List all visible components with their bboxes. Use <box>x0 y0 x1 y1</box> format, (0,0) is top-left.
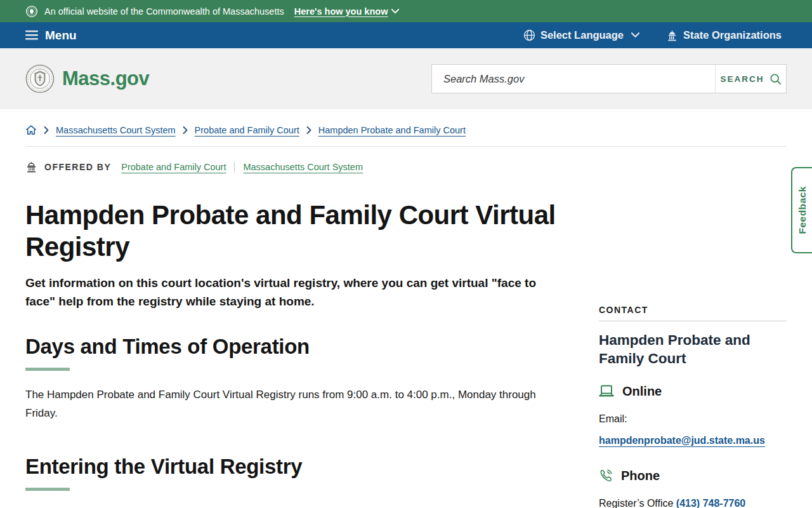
contact-label: CONTACT <box>599 305 787 321</box>
state-seal-icon <box>25 5 38 18</box>
main-navbar: Menu Select Language State Organizations <box>0 22 812 48</box>
massgov-logo-text: Mass.gov <box>62 67 149 90</box>
section-heading-entering: Entering the Virtual Registry <box>25 455 576 479</box>
section-days-times: Days and Times of Operation The Hampden … <box>25 335 576 422</box>
menu-label: Menu <box>45 29 77 43</box>
hamburger-icon <box>25 30 38 40</box>
offered-by-link-probate-family[interactable]: Probate and Family Court <box>121 162 226 172</box>
phone-link-registers-office[interactable]: (413) 748-7760 <box>676 498 745 508</box>
contact-method-phone: Phone <box>599 469 787 483</box>
online-heading: Online <box>622 384 662 399</box>
laptop-icon <box>599 385 614 398</box>
heading-accent-bar <box>25 368 70 371</box>
search-icon <box>769 73 782 85</box>
feedback-label: Feedback <box>797 186 808 234</box>
page-subtitle: Get information on this court location's… <box>25 274 558 311</box>
offered-by-row: OFFERED BY Probate and Family Court Mass… <box>25 161 787 173</box>
main-column: Hampden Probate and Family Court Virtual… <box>25 173 576 508</box>
feedback-button[interactable]: Feedback <box>791 167 812 253</box>
email-row: Email: hampdenprobate@jud.state.ma.us <box>599 411 787 448</box>
breadcrumb-link-hampden[interactable]: Hampden Probate and Family Court <box>318 125 466 135</box>
phone-heading: Phone <box>621 469 660 483</box>
offered-by-label: OFFERED BY <box>44 162 111 172</box>
phone-row-label: Register’s Office <box>599 498 676 508</box>
section-heading-days-times: Days and Times of Operation <box>25 335 576 359</box>
phone-icon <box>599 469 613 483</box>
contact-sidebar: CONTACT Hampden Probate and Family Court… <box>599 173 787 508</box>
search-button[interactable]: SEARCH <box>715 65 786 93</box>
state-organizations-link[interactable]: State Organizations <box>666 29 782 41</box>
heading-accent-bar <box>25 488 70 491</box>
breadcrumb-divider <box>25 146 787 147</box>
content-area: Hampden Probate and Family Court Virtual… <box>0 173 812 508</box>
select-language-label: Select Language <box>540 29 624 41</box>
breadcrumb-link-court-system[interactable]: Massachusetts Court System <box>56 125 176 135</box>
chevron-down-icon <box>631 32 639 38</box>
section-entering-registry: Entering the Virtual Registry The Virtua… <box>25 455 576 508</box>
official-banner: An official website of the Commonwealth … <box>0 0 812 22</box>
chevron-right-icon <box>306 126 311 134</box>
section-body-days-times: The Hampden Probate and Family Court Vir… <box>25 385 547 422</box>
state-organizations-label: State Organizations <box>683 29 782 41</box>
banner-text: An official website of the Commonwealth … <box>44 6 284 17</box>
search-bar: SEARCH <box>431 64 787 93</box>
page-title: Hampden Probate and Family Court Virtual… <box>25 199 576 264</box>
chevron-down-icon <box>391 9 399 14</box>
contact-org-name: Hampden Probate and Family Court <box>599 331 787 368</box>
home-icon <box>25 124 37 135</box>
breadcrumb: Massachusetts Court System Probate and F… <box>25 124 787 135</box>
section-body-entering: The Virtual Registry uses Zoom for video… <box>25 505 547 508</box>
select-language-button[interactable]: Select Language <box>523 29 639 41</box>
capitol-building-icon <box>25 161 37 173</box>
heres-how-you-know-link[interactable]: Here's how you know <box>294 6 400 17</box>
email-link[interactable]: hampdenprobate@jud.state.ma.us <box>599 435 765 446</box>
menu-button[interactable]: Menu <box>25 29 77 43</box>
globe-icon <box>523 29 535 41</box>
offered-by-link-court-system[interactable]: Massachusetts Court System <box>243 162 363 172</box>
site-header: Mass.gov SEARCH <box>0 48 812 109</box>
capitol-building-icon <box>666 30 678 41</box>
email-label: Email: <box>599 411 787 426</box>
phone-row-registers-office: Register’s Office (413) 748-7760 <box>599 496 787 508</box>
contact-method-online: Online <box>599 384 787 399</box>
search-input[interactable] <box>432 65 715 93</box>
offered-by-separator <box>234 162 235 173</box>
breadcrumb-home-link[interactable] <box>25 124 37 135</box>
chevron-right-icon <box>44 126 49 134</box>
massgov-seal-icon <box>25 64 55 93</box>
breadcrumb-link-probate-family[interactable]: Probate and Family Court <box>195 125 299 135</box>
chevron-right-icon <box>183 126 188 134</box>
massgov-logo[interactable]: Mass.gov <box>25 64 149 93</box>
